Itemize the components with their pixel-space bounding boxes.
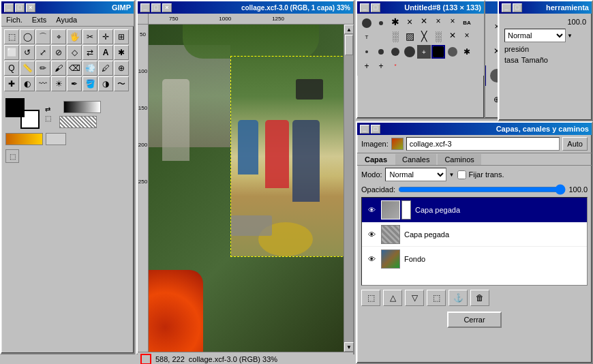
swatch-6[interactable]: ×: [431, 16, 445, 30]
tool-fuzzy-select[interactable]: ⌖: [51, 29, 66, 44]
tool-align[interactable]: ⊞: [114, 29, 129, 44]
swatch-25[interactable]: +: [360, 59, 374, 73]
tool-options-max[interactable]: □: [513, 3, 522, 12]
tool-smudge[interactable]: 〰: [35, 76, 50, 91]
duplicate-layer-button[interactable]: ⬚: [427, 290, 446, 306]
tool-rotate[interactable]: ↺: [20, 45, 35, 60]
tool-crop[interactable]: ⬜: [4, 45, 19, 60]
swatch-18[interactable]: [374, 45, 388, 59]
minimize-button[interactable]: _: [4, 3, 14, 12]
scroll-thumb[interactable]: [345, 35, 353, 55]
layers-max[interactable]: □: [371, 125, 380, 134]
swatch-27[interactable]: *: [389, 59, 402, 73]
swatch-4[interactable]: ×: [403, 16, 416, 30]
raise-layer-button[interactable]: △: [383, 290, 402, 306]
canvas-minimize[interactable]: _: [140, 3, 150, 12]
delete-layer-button[interactable]: 🗑: [470, 290, 489, 306]
tool-scale[interactable]: ⤢: [35, 45, 50, 60]
scroll-down-button[interactable]: ▼: [344, 342, 354, 352]
tool-bucket[interactable]: 🪣: [82, 76, 97, 91]
canvas-maximize[interactable]: □: [151, 3, 161, 12]
swatch-24[interactable]: ✱: [460, 45, 474, 59]
swatch-29[interactable]: [417, 59, 431, 73]
scrollbar-vertical[interactable]: ▲ ▼: [344, 25, 353, 352]
swatch-17[interactable]: [360, 45, 374, 59]
swatch-28[interactable]: [403, 59, 416, 73]
tool-blend[interactable]: ◑: [98, 76, 113, 91]
tool-options-min[interactable]: _: [502, 3, 511, 12]
swatch-2[interactable]: [374, 16, 388, 30]
swatch-16[interactable]: ×: [460, 31, 474, 44]
swatch-19[interactable]: [389, 45, 402, 59]
swatch-30[interactable]: [431, 59, 445, 73]
maximize-button[interactable]: □: [15, 3, 25, 12]
swatch-9[interactable]: T: [360, 31, 374, 44]
swatch-32[interactable]: [460, 59, 474, 73]
swatch-26[interactable]: +: [374, 59, 388, 73]
tab-caminos[interactable]: Caminos: [437, 153, 481, 165]
layers-min[interactable]: _: [360, 125, 369, 134]
swatch-23[interactable]: [446, 45, 459, 59]
tool-color-picker[interactable]: ✱: [114, 45, 129, 60]
reset-colors-button[interactable]: ⬚: [45, 115, 51, 122]
tool-dodge[interactable]: ☀: [51, 76, 66, 91]
swatch-22[interactable]: [431, 45, 445, 59]
tool-ink[interactable]: 🖊: [98, 61, 113, 76]
swatch-1[interactable]: [360, 16, 374, 30]
tool-ellipse-select[interactable]: ◯: [20, 29, 35, 44]
swatch-15[interactable]: ✕: [446, 31, 459, 44]
tool-perspective[interactable]: ◇: [67, 45, 82, 60]
auto-button[interactable]: Auto: [562, 137, 588, 151]
swatch-13[interactable]: ╳: [417, 31, 431, 44]
gradient-orange[interactable]: [5, 133, 43, 145]
brush-prev-max[interactable]: □: [371, 3, 380, 12]
tool-path[interactable]: ✒: [67, 76, 82, 91]
menu-exts[interactable]: Exts: [30, 15, 48, 25]
layer-list[interactable]: 👁 Capa pegada 👁 Capa pegada 👁 Fondo: [361, 197, 588, 286]
tool-paintbrush[interactable]: 🖌: [51, 61, 66, 76]
image-viewport[interactable]: [149, 25, 344, 352]
tool-convolve[interactable]: ◐: [20, 76, 35, 91]
layer-item-3[interactable]: 👁 Fondo: [362, 247, 587, 271]
fijar-trans-checkbox[interactable]: [457, 170, 466, 179]
pattern-gray[interactable]: [46, 133, 66, 145]
scroll-track[interactable]: [344, 34, 353, 342]
tool-move[interactable]: ✛: [98, 29, 113, 44]
tool-eraser[interactable]: ⌫: [67, 61, 82, 76]
swatch-31[interactable]: [446, 59, 459, 73]
fg-bg-colors[interactable]: [5, 98, 40, 129]
tool-magnify[interactable]: Q: [4, 61, 19, 76]
tool-heal[interactable]: ✚: [4, 76, 19, 91]
swatch-21[interactable]: +: [417, 45, 431, 59]
tool-select-by-color[interactable]: 🖐: [67, 29, 82, 44]
layer-item-2[interactable]: 👁 Capa pegada: [362, 222, 587, 247]
tool-measure[interactable]: 📏: [20, 61, 35, 76]
swatch-20[interactable]: [403, 45, 416, 59]
layer-1-eye[interactable]: 👁: [365, 203, 378, 217]
tool-curves[interactable]: 〜: [114, 76, 129, 91]
swatch-3[interactable]: ✱: [389, 16, 402, 30]
swatch-7[interactable]: ×: [446, 16, 459, 30]
tab-canales[interactable]: Canales: [395, 153, 437, 165]
swatch-5[interactable]: ✕: [417, 16, 431, 30]
menu-ayuda[interactable]: Ayuda: [54, 15, 79, 25]
scroll-up-button[interactable]: ▲: [344, 25, 354, 34]
new-layer-button[interactable]: ⬚: [361, 290, 380, 306]
tool-shear[interactable]: ⊘: [51, 45, 66, 60]
cerrar-button[interactable]: Cerrar: [447, 312, 502, 328]
swatch-8[interactable]: BA: [460, 16, 474, 30]
close-button[interactable]: ×: [26, 3, 35, 12]
gradient-preview[interactable]: [63, 101, 101, 113]
brush-prev-min[interactable]: _: [360, 3, 369, 12]
swatch-10[interactable]: [374, 31, 388, 44]
tool-clone[interactable]: ⊕: [114, 61, 129, 76]
tool-flip[interactable]: ⇄: [82, 45, 97, 60]
tool-free-select[interactable]: ⌒: [35, 29, 50, 44]
menu-fich[interactable]: Fich.: [4, 15, 25, 25]
swatch-11[interactable]: ░: [389, 31, 402, 44]
layer-mode-dropdown[interactable]: Normal: [385, 168, 446, 181]
layer-2-eye[interactable]: 👁: [365, 228, 378, 241]
anchor-layer-button[interactable]: ⚓: [448, 290, 468, 306]
tool-text[interactable]: A: [98, 45, 113, 60]
tool-rect-select[interactable]: ⬚: [4, 29, 19, 44]
